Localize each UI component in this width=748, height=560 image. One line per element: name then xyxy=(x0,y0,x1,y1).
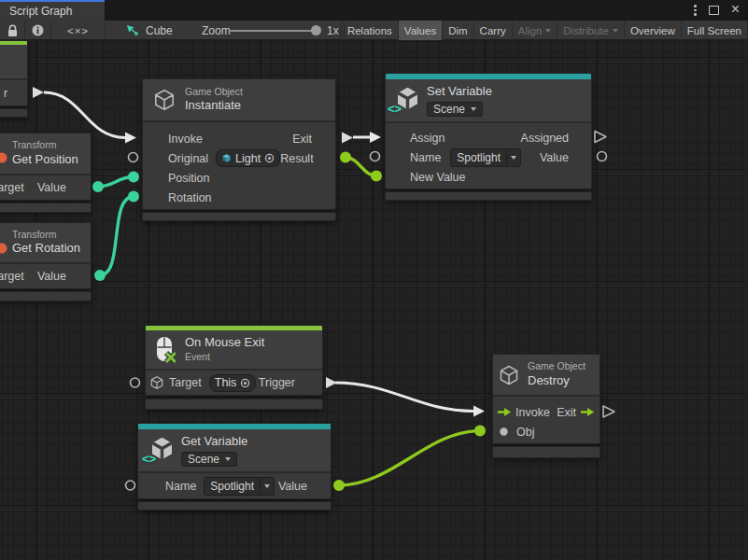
node-category: Game Object xyxy=(528,360,586,373)
port-label-invoke: Invoke xyxy=(515,406,550,419)
port-label-name: Name xyxy=(410,151,441,164)
graph-target-button[interactable]: Cube xyxy=(125,21,173,40)
light-object-icon xyxy=(221,153,232,163)
dropdown-arrow-icon xyxy=(225,457,231,461)
port-label-result: Result xyxy=(280,152,313,165)
wire-endpoint[interactable] xyxy=(333,480,345,491)
zoom-value: 1x xyxy=(327,21,339,40)
game-object-icon xyxy=(498,364,520,386)
menu-icon[interactable] xyxy=(694,5,697,16)
object-field-value: This xyxy=(215,376,237,389)
node-instantiate[interactable]: Game Object Instantiate Invoke Exit Orig… xyxy=(142,78,336,221)
port-value-input[interactable] xyxy=(131,378,140,387)
port-label-exit: Exit xyxy=(557,406,576,419)
wire-endpoint[interactable] xyxy=(94,270,106,281)
target-object-field[interactable]: This xyxy=(209,374,257,392)
close-icon[interactable]: × xyxy=(731,2,740,17)
port-value-input[interactable] xyxy=(371,152,380,161)
dim-button[interactable]: Dim xyxy=(442,21,473,40)
object-picker-icon[interactable] xyxy=(240,378,250,388)
wire-value xyxy=(339,431,480,486)
node-on-mouse-exit[interactable]: On Mouse Exit Event Target This Trigger xyxy=(145,325,323,410)
wire-endpoint[interactable] xyxy=(371,171,382,182)
node-category: Transform xyxy=(12,229,80,242)
wires-overlay xyxy=(0,40,748,560)
game-object-icon xyxy=(152,88,176,112)
port-flow-output[interactable] xyxy=(595,132,606,143)
distribute-button[interactable]: Distribute xyxy=(557,21,624,40)
variable-scope-dropdown[interactable]: Scene xyxy=(181,452,237,467)
variable-scope-dropdown[interactable]: Scene xyxy=(427,102,483,117)
wire-endpoint[interactable] xyxy=(92,181,104,192)
flow-in-arrow-icon xyxy=(497,407,512,417)
wire-endpoint[interactable] xyxy=(128,172,139,183)
port-label-exit: Exit xyxy=(292,133,312,146)
port-label-assigned: Assigned xyxy=(521,132,569,145)
node-title: Set Variable xyxy=(427,84,492,100)
port-flow-output[interactable] xyxy=(33,87,44,98)
port-label: r xyxy=(4,87,7,100)
tab-bar: Script Graph × xyxy=(0,0,748,21)
variable-name-value: Spotlight xyxy=(205,478,260,495)
game-object-icon xyxy=(149,375,164,390)
zoom-slider-track[interactable] xyxy=(230,30,321,32)
original-object-field[interactable]: Light xyxy=(216,149,280,167)
port-flow-output[interactable] xyxy=(603,406,614,417)
full-screen-button[interactable]: Full Screen xyxy=(681,21,748,40)
variable-name-dropdown[interactable]: Spotlight xyxy=(450,148,521,167)
port-label-invoke: Invoke xyxy=(168,133,203,146)
info-button[interactable] xyxy=(25,21,51,40)
port-label-target: Target xyxy=(0,181,24,194)
node-set-variable[interactable]: <> Set Variable Scene Assign Assigned Na… xyxy=(385,73,592,201)
port-label-new-value: New Value xyxy=(410,171,466,184)
overview-button[interactable]: Overview xyxy=(624,21,681,40)
wire-flow xyxy=(335,383,473,412)
node-title: Get Position xyxy=(12,152,78,168)
chevron-down-icon xyxy=(613,29,618,33)
variable-name-dropdown[interactable]: Spotlight xyxy=(204,477,275,496)
node-title: Get Rotation xyxy=(12,241,80,257)
node-get-rotation[interactable]: Transform Get Rotation Target Value xyxy=(0,222,92,301)
port-label-original: Original xyxy=(168,152,208,165)
node-subtitle: Event xyxy=(185,351,264,364)
carry-button[interactable]: Carry xyxy=(473,21,512,40)
dropdown-arrow-icon xyxy=(471,107,476,111)
variable-name-value: Spotlight xyxy=(451,149,506,166)
mouse-icon xyxy=(155,336,176,364)
dropdown-arrow-icon xyxy=(511,156,516,160)
node-partial-event[interactable]: r xyxy=(0,40,28,118)
lock-button[interactable] xyxy=(0,21,25,40)
port-flow-output[interactable] xyxy=(326,377,337,388)
wire-value xyxy=(346,158,376,176)
port-value-input[interactable] xyxy=(126,481,135,490)
info-icon xyxy=(32,24,44,36)
tab-script-graph[interactable]: Script Graph xyxy=(0,0,105,21)
port-label-value: Value xyxy=(37,181,66,194)
flow-out-arrow-icon xyxy=(580,407,595,417)
code-view-button[interactable]: <×> xyxy=(51,21,106,40)
dropdown-arrow-icon xyxy=(264,484,270,488)
maximize-icon[interactable] xyxy=(709,6,719,15)
zoom-slider-knob[interactable] xyxy=(311,25,321,35)
port-flow-output[interactable] xyxy=(342,133,353,144)
port-label-obj: Obj xyxy=(516,426,534,439)
wire-value xyxy=(98,177,134,188)
node-destroy[interactable]: Game Object Destroy Invoke Exit Obj xyxy=(492,354,600,458)
port-value-input[interactable] xyxy=(129,153,138,162)
wire-endpoint[interactable] xyxy=(128,191,139,203)
node-get-variable[interactable]: <> Get Variable Scene Name Spotlight Val… xyxy=(137,423,332,511)
node-get-position[interactable]: Transform Get Position Target Value xyxy=(0,133,92,213)
graph-canvas[interactable]: r Transform Get Position Target Value Tr… xyxy=(0,40,748,560)
relations-button[interactable]: Relations xyxy=(341,21,398,40)
code-icon: <×> xyxy=(67,25,89,36)
port-label-name: Name xyxy=(165,480,196,493)
scope-value: Scene xyxy=(188,453,219,466)
node-category: Transform xyxy=(12,139,78,152)
align-button[interactable]: Align xyxy=(512,21,557,40)
wire-endpoint[interactable] xyxy=(340,152,351,163)
port-label-value: Value xyxy=(278,480,307,493)
values-button[interactable]: Values xyxy=(398,21,442,40)
port-value-output[interactable] xyxy=(598,152,607,161)
object-picker-icon[interactable] xyxy=(264,153,275,163)
wire-endpoint[interactable] xyxy=(474,426,486,437)
